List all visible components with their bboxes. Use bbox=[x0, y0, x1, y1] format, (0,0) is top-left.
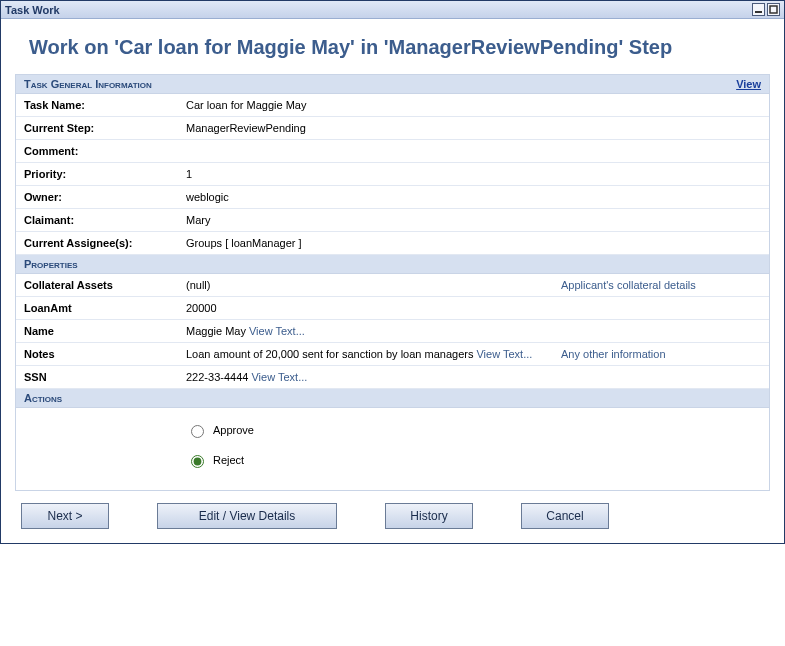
page-heading: Work on 'Car loan for Maggie May' in 'Ma… bbox=[29, 35, 770, 60]
radio-reject-label: Reject bbox=[213, 454, 244, 466]
section-title-general: Task General Information bbox=[24, 78, 152, 90]
value-loanamt: 20000 bbox=[186, 302, 551, 314]
value-ssn: 222-33-4444 View Text... bbox=[186, 371, 551, 383]
label-loanamt: LoanAmt bbox=[24, 302, 186, 314]
row-current-step: Current Step: ManagerReviewPending bbox=[16, 117, 769, 140]
row-collateral: Collateral Assets (null) Applicant's col… bbox=[16, 274, 769, 297]
radio-approve[interactable] bbox=[191, 425, 204, 438]
radio-approve-label: Approve bbox=[213, 424, 254, 436]
value-task-name: Car loan for Maggie May bbox=[186, 99, 761, 111]
history-button[interactable]: History bbox=[385, 503, 473, 529]
row-priority: Priority: 1 bbox=[16, 163, 769, 186]
viewtext-ssn[interactable]: View Text... bbox=[251, 371, 307, 383]
svg-rect-0 bbox=[755, 11, 762, 13]
maximize-button[interactable] bbox=[767, 3, 780, 16]
value-notes-text: Loan amount of 20,000 sent for sanction … bbox=[186, 348, 476, 360]
label-notes: Notes bbox=[24, 348, 186, 360]
row-notes: Notes Loan amount of 20,000 sent for san… bbox=[16, 343, 769, 366]
row-claimant: Claimant: Mary bbox=[16, 209, 769, 232]
viewtext-name[interactable]: View Text... bbox=[249, 325, 305, 337]
view-link[interactable]: View bbox=[736, 78, 761, 90]
row-name: Name Maggie May View Text... bbox=[16, 320, 769, 343]
cancel-button[interactable]: Cancel bbox=[521, 503, 609, 529]
value-current-step: ManagerReviewPending bbox=[186, 122, 761, 134]
value-claimant: Mary bbox=[186, 214, 761, 226]
side-notes: Any other information bbox=[551, 348, 761, 360]
edit-view-details-button[interactable]: Edit / View Details bbox=[157, 503, 337, 529]
row-ssn: SSN 222-33-4444 View Text... bbox=[16, 366, 769, 389]
label-task-name: Task Name: bbox=[24, 99, 186, 111]
viewtext-notes[interactable]: View Text... bbox=[476, 348, 532, 360]
label-collateral: Collateral Assets bbox=[24, 279, 186, 291]
label-name: Name bbox=[24, 325, 186, 337]
actions-body: Approve Reject bbox=[16, 408, 769, 490]
section-header-general: Task General Information View bbox=[16, 75, 769, 94]
side-collateral: Applicant's collateral details bbox=[551, 279, 761, 291]
value-owner: weblogic bbox=[186, 191, 761, 203]
radio-reject[interactable] bbox=[191, 455, 204, 468]
radio-approve-line[interactable]: Approve bbox=[186, 422, 761, 438]
value-collateral: (null) bbox=[186, 279, 551, 291]
next-button[interactable]: Next > bbox=[21, 503, 109, 529]
row-owner: Owner: weblogic bbox=[16, 186, 769, 209]
label-assignee: Current Assignee(s): bbox=[24, 237, 186, 249]
label-comment: Comment: bbox=[24, 145, 186, 157]
value-name: Maggie May View Text... bbox=[186, 325, 551, 337]
titlebar: Task Work bbox=[1, 1, 784, 19]
row-assignee: Current Assignee(s): Groups [ loanManage… bbox=[16, 232, 769, 255]
label-owner: Owner: bbox=[24, 191, 186, 203]
window-title: Task Work bbox=[5, 4, 60, 16]
value-ssn-text: 222-33-4444 bbox=[186, 371, 251, 383]
svg-rect-1 bbox=[770, 6, 777, 13]
section-header-properties: Properties bbox=[16, 255, 769, 274]
row-task-name: Task Name: Car loan for Maggie May bbox=[16, 94, 769, 117]
main-panel: Task General Information View Task Name:… bbox=[15, 74, 770, 491]
value-name-text: Maggie May bbox=[186, 325, 249, 337]
window-controls bbox=[752, 3, 780, 16]
row-comment: Comment: bbox=[16, 140, 769, 163]
section-title-actions: Actions bbox=[24, 392, 62, 404]
value-priority: 1 bbox=[186, 168, 761, 180]
button-bar: Next > Edit / View Details History Cance… bbox=[15, 503, 770, 529]
label-claimant: Claimant: bbox=[24, 214, 186, 226]
content-area: Work on 'Car loan for Maggie May' in 'Ma… bbox=[1, 19, 784, 543]
value-assignee: Groups [ loanManager ] bbox=[186, 237, 761, 249]
row-loanamt: LoanAmt 20000 bbox=[16, 297, 769, 320]
section-title-properties: Properties bbox=[24, 258, 78, 270]
minimize-button[interactable] bbox=[752, 3, 765, 16]
radio-reject-line[interactable]: Reject bbox=[186, 452, 761, 468]
label-priority: Priority: bbox=[24, 168, 186, 180]
section-header-actions: Actions bbox=[16, 389, 769, 408]
label-current-step: Current Step: bbox=[24, 122, 186, 134]
label-ssn: SSN bbox=[24, 371, 186, 383]
task-work-window: Task Work Work on 'Car loan for Maggie M… bbox=[0, 0, 785, 544]
value-notes: Loan amount of 20,000 sent for sanction … bbox=[186, 348, 551, 360]
